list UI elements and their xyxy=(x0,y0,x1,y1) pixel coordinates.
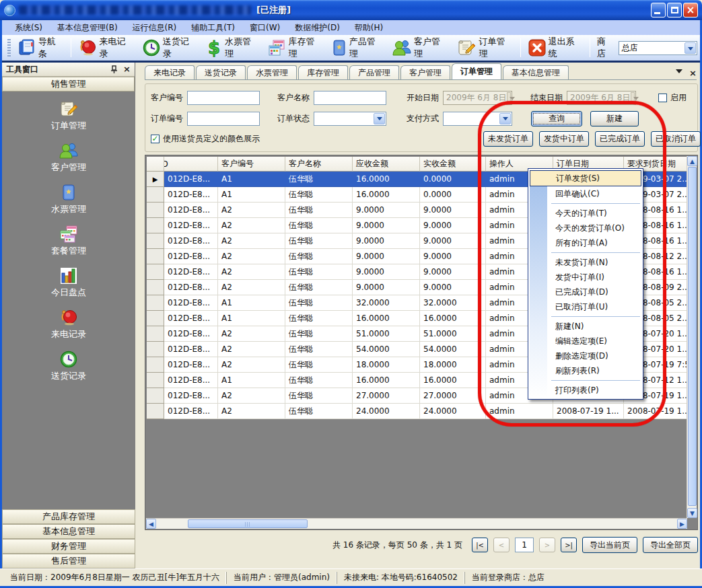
tab-送货记录[interactable]: 送货记录 xyxy=(196,65,246,79)
export-all-pages-button[interactable]: 导出全部页 xyxy=(643,537,698,553)
row-selector[interactable] xyxy=(147,249,164,264)
next-page-button[interactable]: > xyxy=(539,538,555,552)
sidebar-item-delivery-clock[interactable]: 送货记录 xyxy=(2,342,135,383)
context-menu-item[interactable]: 今天的订单(T) xyxy=(530,206,641,221)
tab-来电记录[interactable]: 来电记录 xyxy=(145,65,195,79)
menu-item[interactable]: 基本信息管理(B) xyxy=(50,21,125,35)
row-selector[interactable]: ▶ xyxy=(147,172,164,187)
row-selector[interactable] xyxy=(147,357,164,373)
scroll-left-icon[interactable]: ◀ xyxy=(146,519,156,529)
toolbar-button-inventory-grid[interactable]: 库存管理 xyxy=(263,34,326,62)
context-menu-item[interactable]: 删除选定项(D) xyxy=(530,348,641,363)
pin-icon[interactable] xyxy=(110,65,118,74)
toolbar-button-product-book[interactable]: 产品管理 xyxy=(327,34,388,62)
chevron-down-icon[interactable] xyxy=(676,69,682,77)
toolbar-button-order-edit[interactable]: 订单管理 xyxy=(452,34,517,62)
tab-客户管理[interactable]: 客户管理 xyxy=(400,65,450,79)
query-button[interactable]: 查询 xyxy=(531,111,582,126)
status-filter-button[interactable]: 发货中订单 xyxy=(539,131,589,147)
toolbar-grip[interactable] xyxy=(7,39,11,57)
prev-page-button[interactable]: < xyxy=(493,538,510,552)
toolbar-button-exit[interactable]: 退出系统 xyxy=(524,34,587,62)
row-selector[interactable] xyxy=(147,218,164,233)
row-selector[interactable] xyxy=(147,373,164,388)
sidebar-section-sales[interactable]: 销售管理 xyxy=(2,77,135,91)
menu-item[interactable]: 窗口(W) xyxy=(242,21,287,35)
menu-item[interactable]: 辅助工具(T) xyxy=(184,21,242,35)
row-selector[interactable] xyxy=(147,233,164,249)
close-button[interactable]: × xyxy=(683,3,698,17)
sidebar-item-bar-chart[interactable]: 今日盘点 xyxy=(2,258,135,300)
tab-产品管理[interactable]: 产品管理 xyxy=(349,65,399,79)
column-header[interactable]: 实收金额 xyxy=(420,157,486,172)
store-combobox[interactable]: 总店 xyxy=(619,41,697,55)
row-selector[interactable] xyxy=(147,388,164,404)
new-button[interactable]: 新建 xyxy=(590,111,639,126)
context-menu-item[interactable]: 发货中订单(I) xyxy=(530,270,641,285)
toolbar-button-incoming-call[interactable]: 来电记录 xyxy=(74,34,137,62)
toolbar-button-navigator[interactable]: 导航条 xyxy=(13,34,68,62)
sidebar-section[interactable]: 售后管理 xyxy=(2,554,135,568)
scroll-down-icon[interactable]: ▼ xyxy=(687,508,697,518)
vertical-scroll-thumb[interactable] xyxy=(688,167,697,506)
row-selector[interactable] xyxy=(147,404,164,419)
context-menu-item[interactable]: 编辑选定项(E) xyxy=(530,334,641,348)
first-page-button[interactable]: |< xyxy=(472,538,488,552)
menu-item[interactable]: 系统(S) xyxy=(7,21,50,35)
status-filter-button[interactable]: 已取消订单 xyxy=(651,131,701,147)
tab-水票管理[interactable]: 水票管理 xyxy=(247,65,297,79)
menu-item[interactable]: 帮助(H) xyxy=(347,21,390,35)
sidebar-section[interactable]: 产品库存管理 xyxy=(2,509,135,524)
table-row[interactable]: 012D-E8...A2伍华聪24.000024.0000admin2008-0… xyxy=(147,404,688,419)
toolbar-button-water-ticket[interactable]: $水票管理 xyxy=(201,34,263,62)
chevron-down-icon[interactable] xyxy=(499,113,511,124)
tab-订单管理[interactable]: 订单管理 xyxy=(452,63,501,79)
customer-no-input[interactable] xyxy=(187,91,260,105)
minimize-button[interactable] xyxy=(651,3,666,17)
order-no-input[interactable] xyxy=(187,112,260,126)
menu-item[interactable]: 数据维护(D) xyxy=(287,21,347,35)
scroll-right-icon[interactable]: ▶ xyxy=(677,519,687,529)
scroll-up-icon[interactable]: ▲ xyxy=(687,156,697,166)
tab-库存管理[interactable]: 库存管理 xyxy=(298,65,348,79)
sidebar-item-water-card[interactable]: 水票管理 xyxy=(2,175,135,217)
order-status-combobox[interactable] xyxy=(314,112,386,126)
status-filter-button[interactable]: 已完成订单 xyxy=(595,131,645,147)
context-menu-item[interactable]: 订单发货(S) xyxy=(530,170,641,186)
export-current-page-button[interactable]: 导出当前页 xyxy=(582,537,637,553)
tab-基本信息管理[interactable]: 基本信息管理 xyxy=(503,65,569,79)
vertical-scrollbar[interactable]: ▲ ▼ xyxy=(687,156,697,518)
sidebar-item-customer-people[interactable]: 客户管理 xyxy=(2,133,135,175)
driver-color-checkbox[interactable] xyxy=(151,135,160,143)
row-selector[interactable] xyxy=(147,342,164,357)
context-menu-item[interactable]: 已完成订单(D) xyxy=(530,285,641,299)
context-menu-item[interactable]: 回单确认(C) xyxy=(530,186,641,201)
page-number-input[interactable]: 1 xyxy=(515,538,534,552)
row-selector[interactable] xyxy=(147,280,164,295)
context-menu-item[interactable]: 新建(N) xyxy=(530,319,641,334)
context-menu-item[interactable]: 刷新列表(R) xyxy=(530,363,641,378)
chevron-down-icon[interactable] xyxy=(685,42,696,54)
last-page-button[interactable]: >| xyxy=(561,538,577,552)
horizontal-scroll-thumb[interactable] xyxy=(188,519,308,528)
toolbar-button-customer-people[interactable]: 客户管理 xyxy=(388,34,452,62)
close-icon[interactable]: × xyxy=(689,70,697,77)
column-header[interactable]: 应收金额 xyxy=(353,157,420,172)
row-selector[interactable] xyxy=(147,203,164,218)
sidebar-section[interactable]: 财务管理 xyxy=(2,539,135,554)
toolbar-button-delivery-clock[interactable]: 送货记录 xyxy=(138,34,201,62)
row-selector[interactable] xyxy=(147,326,164,342)
chevron-down-icon[interactable] xyxy=(374,113,385,124)
sidebar-item-incoming-call[interactable]: 来电记录 xyxy=(2,300,135,342)
sidebar-section[interactable]: 基本信息管理 xyxy=(2,524,135,539)
row-selector[interactable] xyxy=(147,311,164,326)
menu-item[interactable]: 运行信息(R) xyxy=(125,21,184,35)
horizontal-scrollbar[interactable]: ◀ ▶ xyxy=(146,518,687,529)
context-menu-item[interactable]: 打印列表(P) xyxy=(530,383,641,398)
row-selector[interactable] xyxy=(147,187,164,203)
close-icon[interactable]: × xyxy=(123,66,131,73)
enable-checkbox[interactable] xyxy=(658,94,667,102)
column-header[interactable]: 客户编号 xyxy=(218,157,285,172)
sidebar-item-package-grids[interactable]: 套餐管理 xyxy=(2,217,135,258)
pay-method-combobox[interactable] xyxy=(443,112,512,126)
